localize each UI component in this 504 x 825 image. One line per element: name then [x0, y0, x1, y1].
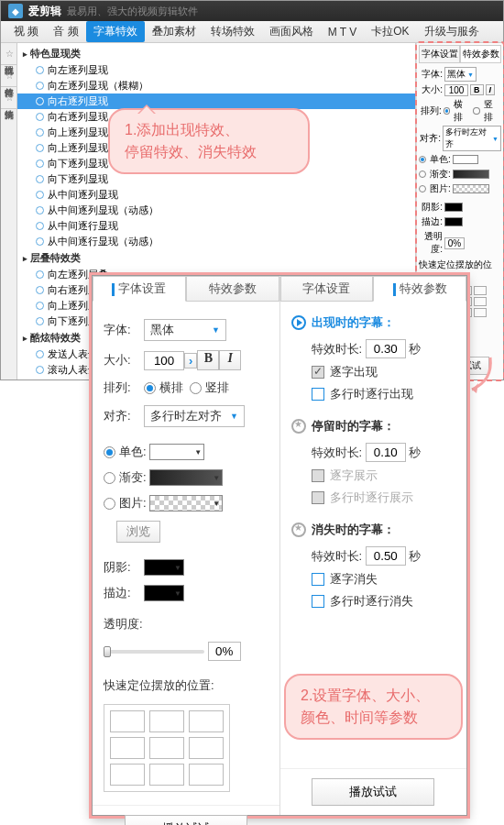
- shadow-swatch[interactable]: [444, 203, 463, 212]
- size-input[interactable]: [444, 84, 468, 96]
- menu-audio[interactable]: 音 频: [46, 21, 85, 42]
- app-subtitle: 最易用、强大的视频剪辑软件: [67, 5, 198, 18]
- radio-picture[interactable]: [104, 498, 115, 510]
- annotation-bubble-2: 2.设置字体、大小、颜色、时间等参数: [284, 674, 463, 740]
- color-swatch[interactable]: [149, 444, 204, 460]
- gradient-swatch[interactable]: [149, 469, 223, 486]
- checkbox-per-line[interactable]: [312, 491, 324, 504]
- tab-disappear[interactable]: ☆消失特效: [1, 87, 16, 109]
- annotation-bubble-1: 1.添加出现特效、停留特效、消失特效: [108, 108, 310, 174]
- menu-video[interactable]: 视 频: [6, 21, 46, 42]
- tab-fx-params[interactable]: 特效参数: [186, 276, 279, 302]
- checkbox-per-char[interactable]: [312, 573, 324, 586]
- category-header[interactable]: 特色显现类: [17, 45, 415, 62]
- menu-upgrade[interactable]: 升级与服务: [417, 21, 487, 42]
- tab-font-settings[interactable]: 字体设置: [93, 276, 186, 302]
- picture-swatch[interactable]: [149, 495, 223, 512]
- stroke-swatch[interactable]: [444, 217, 463, 226]
- star-icon: [291, 419, 306, 434]
- menu-style[interactable]: 画面风格: [262, 21, 321, 42]
- menu-subtitle-fx[interactable]: 字幕特效: [86, 21, 145, 42]
- size-input[interactable]: [144, 351, 184, 370]
- opacity-value[interactable]: [208, 642, 241, 661]
- titlebar: ◆ 爱剪辑 最易用、强大的视频剪辑软件: [1, 1, 503, 21]
- shadow-swatch[interactable]: [144, 559, 184, 576]
- fx-stage-tabs: ☆出现特效 ☆停留特效 ☆消失特效: [1, 43, 17, 380]
- opacity-value[interactable]: [444, 237, 465, 249]
- italic-button[interactable]: I: [486, 84, 496, 95]
- align-select[interactable]: 多行时左对齐: [144, 405, 245, 427]
- radio-horizontal[interactable]: [144, 382, 156, 394]
- checkbox-per-char[interactable]: [312, 469, 324, 482]
- checkbox-per-char[interactable]: [312, 366, 324, 379]
- duration-input[interactable]: [366, 339, 406, 358]
- align-select[interactable]: 多行时左对齐: [443, 126, 501, 151]
- app-name: 爱剪辑: [28, 4, 61, 19]
- tab-font-settings[interactable]: 字体设置: [419, 45, 460, 63]
- star-icon: [291, 522, 306, 537]
- list-item[interactable]: 从中间逐列显现（动感）: [17, 203, 415, 218]
- radio-vertical[interactable]: [190, 382, 202, 394]
- category-header[interactable]: 层叠特效类: [17, 249, 415, 267]
- radio-horizontal[interactable]: [444, 107, 451, 115]
- bold-button[interactable]: B: [197, 350, 219, 370]
- checkbox-per-line[interactable]: [312, 595, 324, 608]
- picture-swatch[interactable]: [453, 184, 489, 193]
- radio-solid[interactable]: [104, 446, 115, 458]
- list-item[interactable]: 向左逐列显现（模糊）: [17, 78, 415, 94]
- tab-fx-params[interactable]: 特效参数: [460, 45, 501, 63]
- position-grid[interactable]: [104, 704, 230, 792]
- tab-appear[interactable]: ☆出现特效: [1, 43, 16, 65]
- play-preview-button[interactable]: 播放试试: [125, 815, 247, 825]
- play-preview-button[interactable]: 播放试试: [312, 778, 434, 806]
- duration-input[interactable]: [366, 443, 406, 462]
- tab-font-settings[interactable]: 字体设置: [280, 276, 374, 302]
- menu-karaoke[interactable]: 卡拉OK: [364, 21, 416, 42]
- checkbox-per-line[interactable]: [312, 388, 324, 401]
- radio-gradient[interactable]: [104, 472, 115, 484]
- stroke-swatch[interactable]: [144, 585, 184, 601]
- main-menu: 视 频 音 频 字幕特效 叠加素材 转场特效 画面风格 M T V 卡拉OK 升…: [1, 21, 503, 43]
- menu-mtv[interactable]: M T V: [321, 23, 365, 41]
- list-item[interactable]: 从中间逐行显现: [17, 218, 415, 234]
- play-icon: [291, 315, 306, 330]
- list-item[interactable]: 从中间逐行显现（动感）: [17, 234, 415, 249]
- font-select[interactable]: 黑体: [444, 67, 477, 82]
- radio-vertical[interactable]: [473, 107, 480, 115]
- tab-fx-params[interactable]: 特效参数: [373, 276, 466, 302]
- browse-button[interactable]: 浏览: [116, 521, 160, 543]
- bold-button[interactable]: B: [470, 84, 484, 95]
- color-swatch[interactable]: [453, 155, 478, 164]
- size-stepper[interactable]: ›: [184, 353, 197, 368]
- font-select[interactable]: 黑体: [144, 319, 226, 341]
- list-item-selected[interactable]: 向右逐列显现: [17, 94, 415, 109]
- menu-transition[interactable]: 转场特效: [203, 21, 262, 42]
- menu-overlay[interactable]: 叠加素材: [145, 21, 203, 42]
- tab-stay[interactable]: ☆停留特效: [1, 65, 16, 87]
- radio-gradient[interactable]: [419, 170, 426, 178]
- radio-picture[interactable]: [419, 185, 426, 192]
- radio-solid[interactable]: [419, 156, 426, 163]
- list-item[interactable]: 向左逐列显现: [17, 62, 415, 78]
- app-logo-icon: ◆: [8, 4, 23, 18]
- gradient-swatch[interactable]: [453, 170, 489, 179]
- list-item[interactable]: 从中间逐列显现: [17, 187, 415, 203]
- duration-input[interactable]: [366, 546, 406, 566]
- opacity-slider[interactable]: [104, 650, 204, 654]
- italic-button[interactable]: I: [219, 350, 241, 370]
